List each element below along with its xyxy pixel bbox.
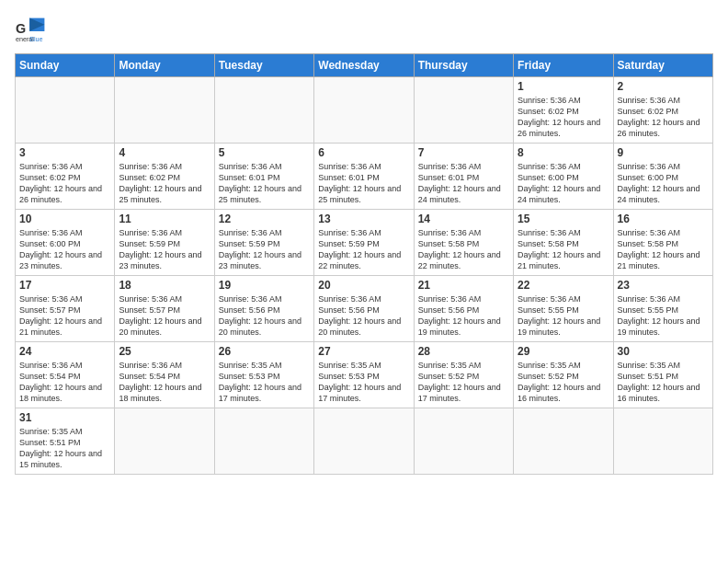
day-info: Sunrise: 5:35 AM Sunset: 5:51 PM Dayligh… <box>19 426 110 471</box>
calendar-cell: 11Sunrise: 5:36 AM Sunset: 5:59 PM Dayli… <box>115 210 214 276</box>
calendar-cell <box>414 77 513 144</box>
day-number: 23 <box>618 279 709 292</box>
day-info: Sunrise: 5:35 AM Sunset: 5:52 PM Dayligh… <box>518 360 609 405</box>
calendar-week-3: 10Sunrise: 5:36 AM Sunset: 6:00 PM Dayli… <box>16 210 713 276</box>
weekday-thursday: Thursday <box>414 54 513 77</box>
day-number: 3 <box>19 146 110 159</box>
calendar-cell <box>214 408 313 475</box>
day-info: Sunrise: 5:36 AM Sunset: 6:00 PM Dayligh… <box>19 227 110 272</box>
day-info: Sunrise: 5:35 AM Sunset: 5:53 PM Dayligh… <box>318 360 409 405</box>
calendar-cell: 22Sunrise: 5:36 AM Sunset: 5:55 PM Dayli… <box>514 276 613 342</box>
weekday-tuesday: Tuesday <box>214 54 313 77</box>
day-info: Sunrise: 5:36 AM Sunset: 5:55 PM Dayligh… <box>518 293 609 339</box>
calendar-cell <box>314 408 414 475</box>
day-info: Sunrise: 5:35 AM Sunset: 5:53 PM Dayligh… <box>219 360 310 405</box>
day-number: 7 <box>418 146 509 159</box>
calendar-cell: 16Sunrise: 5:36 AM Sunset: 5:58 PM Dayli… <box>613 210 712 276</box>
day-info: Sunrise: 5:36 AM Sunset: 5:58 PM Dayligh… <box>618 227 709 272</box>
svg-text:G: G <box>16 21 26 36</box>
day-number: 24 <box>19 345 110 358</box>
day-info: Sunrise: 5:36 AM Sunset: 6:01 PM Dayligh… <box>418 161 509 206</box>
day-info: Sunrise: 5:36 AM Sunset: 6:02 PM Dayligh… <box>119 161 210 206</box>
day-number: 31 <box>19 411 110 424</box>
calendar-cell: 15Sunrise: 5:36 AM Sunset: 5:58 PM Dayli… <box>514 210 613 276</box>
day-number: 20 <box>318 279 409 292</box>
day-number: 16 <box>618 213 709 225</box>
day-number: 1 <box>518 80 609 93</box>
calendar-cell: 1Sunrise: 5:36 AM Sunset: 6:02 PM Daylig… <box>514 77 613 144</box>
day-info: Sunrise: 5:35 AM Sunset: 5:52 PM Dayligh… <box>418 360 509 405</box>
day-info: Sunrise: 5:36 AM Sunset: 6:02 PM Dayligh… <box>19 161 110 206</box>
day-info: Sunrise: 5:36 AM Sunset: 5:57 PM Dayligh… <box>19 293 110 339</box>
day-number: 30 <box>618 345 709 358</box>
calendar-cell: 8Sunrise: 5:36 AM Sunset: 6:00 PM Daylig… <box>514 144 613 210</box>
day-number: 17 <box>19 279 110 292</box>
day-number: 15 <box>518 213 609 225</box>
day-number: 14 <box>418 213 509 225</box>
day-info: Sunrise: 5:36 AM Sunset: 6:00 PM Dayligh… <box>518 161 609 206</box>
day-info: Sunrise: 5:36 AM Sunset: 5:57 PM Dayligh… <box>119 293 210 339</box>
calendar-cell: 6Sunrise: 5:36 AM Sunset: 6:01 PM Daylig… <box>314 144 414 210</box>
calendar-cell: 23Sunrise: 5:36 AM Sunset: 5:55 PM Dayli… <box>613 276 712 342</box>
day-number: 27 <box>318 345 409 358</box>
weekday-header-row: SundayMondayTuesdayWednesdayThursdayFrid… <box>16 54 713 77</box>
weekday-friday: Friday <box>514 54 613 77</box>
calendar-cell <box>514 408 613 475</box>
day-number: 11 <box>119 213 210 225</box>
calendar-cell: 28Sunrise: 5:35 AM Sunset: 5:52 PM Dayli… <box>414 342 513 408</box>
day-info: Sunrise: 5:36 AM Sunset: 5:59 PM Dayligh… <box>119 227 210 272</box>
day-number: 5 <box>219 146 310 159</box>
calendar-cell: 20Sunrise: 5:36 AM Sunset: 5:56 PM Dayli… <box>314 276 414 342</box>
calendar-cell: 19Sunrise: 5:36 AM Sunset: 5:56 PM Dayli… <box>214 276 313 342</box>
day-number: 29 <box>518 345 609 358</box>
day-number: 8 <box>518 146 609 159</box>
weekday-sunday: Sunday <box>16 54 115 77</box>
day-number: 26 <box>219 345 310 358</box>
calendar-cell: 7Sunrise: 5:36 AM Sunset: 6:01 PM Daylig… <box>414 144 513 210</box>
day-number: 21 <box>418 279 509 292</box>
calendar-cell: 5Sunrise: 5:36 AM Sunset: 6:01 PM Daylig… <box>214 144 313 210</box>
calendar-week-4: 17Sunrise: 5:36 AM Sunset: 5:57 PM Dayli… <box>16 276 713 342</box>
day-info: Sunrise: 5:36 AM Sunset: 6:00 PM Dayligh… <box>618 161 709 206</box>
calendar-week-6: 31Sunrise: 5:35 AM Sunset: 5:51 PM Dayli… <box>16 408 713 475</box>
calendar-week-1: 1Sunrise: 5:36 AM Sunset: 6:02 PM Daylig… <box>16 77 713 144</box>
day-number: 25 <box>119 345 210 358</box>
calendar-cell: 13Sunrise: 5:36 AM Sunset: 5:59 PM Dayli… <box>314 210 414 276</box>
calendar-cell: 10Sunrise: 5:36 AM Sunset: 6:00 PM Dayli… <box>16 210 115 276</box>
day-info: Sunrise: 5:36 AM Sunset: 6:02 PM Dayligh… <box>518 95 609 140</box>
day-info: Sunrise: 5:36 AM Sunset: 6:01 PM Dayligh… <box>219 161 310 206</box>
day-info: Sunrise: 5:36 AM Sunset: 5:54 PM Dayligh… <box>119 360 210 405</box>
calendar-cell: 31Sunrise: 5:35 AM Sunset: 5:51 PM Dayli… <box>16 408 115 475</box>
calendar-cell: 3Sunrise: 5:36 AM Sunset: 6:02 PM Daylig… <box>16 144 115 210</box>
weekday-monday: Monday <box>115 54 214 77</box>
calendar-cell: 17Sunrise: 5:36 AM Sunset: 5:57 PM Dayli… <box>16 276 115 342</box>
day-number: 4 <box>119 146 210 159</box>
calendar-table: SundayMondayTuesdayWednesdayThursdayFrid… <box>15 53 713 475</box>
day-number: 19 <box>219 279 310 292</box>
logo-icon: G eneral Blue <box>15 15 48 48</box>
day-info: Sunrise: 5:36 AM Sunset: 5:56 PM Dayligh… <box>219 293 310 339</box>
day-info: Sunrise: 5:36 AM Sunset: 5:55 PM Dayligh… <box>618 293 709 339</box>
day-info: Sunrise: 5:36 AM Sunset: 5:56 PM Dayligh… <box>418 293 509 339</box>
calendar-cell: 21Sunrise: 5:36 AM Sunset: 5:56 PM Dayli… <box>414 276 513 342</box>
calendar-week-5: 24Sunrise: 5:36 AM Sunset: 5:54 PM Dayli… <box>16 342 713 408</box>
day-info: Sunrise: 5:36 AM Sunset: 5:59 PM Dayligh… <box>318 227 409 272</box>
day-number: 12 <box>219 213 310 225</box>
day-number: 18 <box>119 279 210 292</box>
calendar-cell <box>115 77 214 144</box>
day-number: 13 <box>318 213 409 225</box>
day-number: 22 <box>518 279 609 292</box>
calendar-cell <box>214 77 313 144</box>
weekday-wednesday: Wednesday <box>314 54 414 77</box>
day-number: 10 <box>19 213 110 225</box>
page-header: G eneral Blue <box>15 15 713 48</box>
calendar-cell <box>115 408 214 475</box>
calendar-cell: 24Sunrise: 5:36 AM Sunset: 5:54 PM Dayli… <box>16 342 115 408</box>
day-info: Sunrise: 5:36 AM Sunset: 5:56 PM Dayligh… <box>318 293 409 339</box>
day-info: Sunrise: 5:36 AM Sunset: 5:54 PM Dayligh… <box>19 360 110 405</box>
calendar-cell <box>16 77 115 144</box>
calendar-cell <box>414 408 513 475</box>
calendar-week-2: 3Sunrise: 5:36 AM Sunset: 6:02 PM Daylig… <box>16 144 713 210</box>
calendar-cell: 26Sunrise: 5:35 AM Sunset: 5:53 PM Dayli… <box>214 342 313 408</box>
day-info: Sunrise: 5:35 AM Sunset: 5:51 PM Dayligh… <box>618 360 709 405</box>
